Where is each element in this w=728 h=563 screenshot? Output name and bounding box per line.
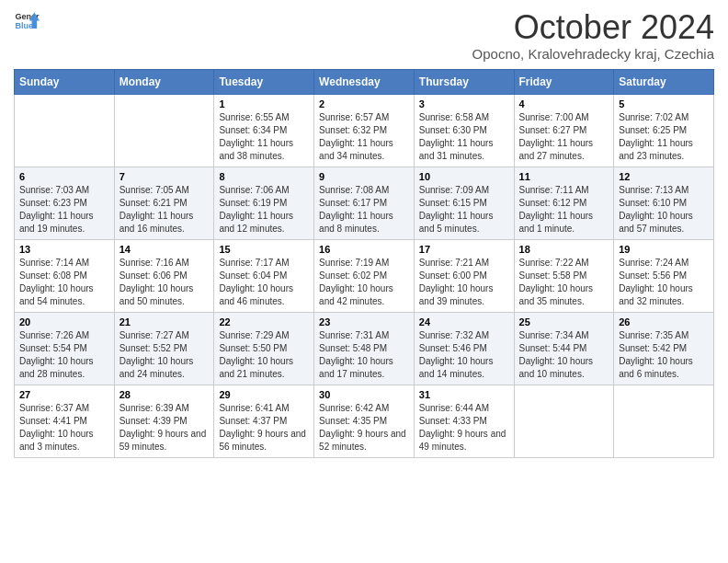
day-info: Sunrise: 7:06 AM Sunset: 6:19 PM Dayligh… [219, 184, 309, 236]
calendar-cell: 5Sunrise: 7:02 AM Sunset: 6:25 PM Daylig… [614, 94, 714, 167]
calendar-cell: 22Sunrise: 7:29 AM Sunset: 5:50 PM Dayli… [214, 312, 314, 385]
day-number: 4 [519, 98, 609, 109]
calendar-week-row: 1Sunrise: 6:55 AM Sunset: 6:34 PM Daylig… [15, 94, 714, 167]
day-number: 14 [119, 244, 210, 255]
calendar-cell: 4Sunrise: 7:00 AM Sunset: 6:27 PM Daylig… [514, 94, 614, 167]
svg-text:Blue: Blue [15, 21, 33, 30]
day-number: 9 [319, 171, 409, 182]
calendar-cell: 17Sunrise: 7:21 AM Sunset: 6:00 PM Dayli… [414, 239, 514, 312]
day-info: Sunrise: 7:09 AM Sunset: 6:15 PM Dayligh… [419, 184, 509, 236]
day-number: 28 [119, 389, 210, 400]
day-info: Sunrise: 7:16 AM Sunset: 6:06 PM Dayligh… [119, 257, 210, 308]
calendar-cell [614, 385, 714, 457]
day-number: 25 [519, 316, 609, 327]
day-number: 15 [219, 244, 309, 255]
calendar-cell: 1Sunrise: 6:55 AM Sunset: 6:34 PM Daylig… [214, 94, 314, 167]
day-info: Sunrise: 7:00 AM Sunset: 6:27 PM Dayligh… [519, 111, 609, 163]
day-info: Sunrise: 6:41 AM Sunset: 4:37 PM Dayligh… [219, 402, 309, 454]
day-number: 13 [19, 244, 109, 255]
calendar-cell: 29Sunrise: 6:41 AM Sunset: 4:37 PM Dayli… [214, 385, 314, 457]
day-number: 22 [219, 316, 309, 327]
day-info: Sunrise: 7:14 AM Sunset: 6:08 PM Dayligh… [19, 257, 109, 308]
day-info: Sunrise: 7:31 AM Sunset: 5:48 PM Dayligh… [319, 329, 409, 381]
calendar-cell: 16Sunrise: 7:19 AM Sunset: 6:02 PM Dayli… [314, 239, 415, 312]
day-number: 5 [619, 98, 709, 109]
day-info: Sunrise: 7:27 AM Sunset: 5:52 PM Dayligh… [119, 329, 210, 381]
weekday-header-wednesday: Wednesday [314, 69, 415, 94]
header: General Blue October 2024 Opocno, Kralov… [14, 9, 714, 62]
day-info: Sunrise: 7:17 AM Sunset: 6:04 PM Dayligh… [219, 257, 309, 308]
day-info: Sunrise: 7:24 AM Sunset: 5:56 PM Dayligh… [619, 257, 709, 308]
page-subtitle: Opocno, Kralovehradecky kraj, Czechia [472, 46, 714, 62]
day-number: 27 [19, 389, 109, 400]
calendar-cell: 8Sunrise: 7:06 AM Sunset: 6:19 PM Daylig… [214, 167, 314, 239]
day-info: Sunrise: 6:57 AM Sunset: 6:32 PM Dayligh… [319, 111, 409, 163]
day-number: 8 [219, 171, 309, 182]
day-number: 12 [619, 171, 709, 182]
day-number: 23 [319, 316, 409, 327]
day-info: Sunrise: 7:08 AM Sunset: 6:17 PM Dayligh… [319, 184, 409, 236]
day-number: 29 [219, 389, 309, 400]
day-info: Sunrise: 7:26 AM Sunset: 5:54 PM Dayligh… [19, 329, 109, 381]
day-number: 26 [619, 316, 709, 327]
day-number: 21 [119, 316, 210, 327]
logo: General Blue [14, 9, 40, 35]
weekday-header-monday: Monday [114, 69, 214, 94]
calendar-cell: 23Sunrise: 7:31 AM Sunset: 5:48 PM Dayli… [314, 312, 415, 385]
calendar-week-row: 6Sunrise: 7:03 AM Sunset: 6:23 PM Daylig… [15, 167, 714, 239]
calendar-cell: 13Sunrise: 7:14 AM Sunset: 6:08 PM Dayli… [15, 239, 115, 312]
day-number: 10 [419, 171, 509, 182]
day-info: Sunrise: 7:11 AM Sunset: 6:12 PM Dayligh… [519, 184, 609, 236]
page: General Blue October 2024 Opocno, Kralov… [0, 0, 728, 472]
day-number: 20 [19, 316, 109, 327]
day-info: Sunrise: 7:02 AM Sunset: 6:25 PM Dayligh… [619, 111, 709, 163]
day-number: 7 [119, 171, 210, 182]
calendar-table: SundayMondayTuesdayWednesdayThursdayFrid… [14, 69, 714, 458]
calendar-week-row: 27Sunrise: 6:37 AM Sunset: 4:41 PM Dayli… [15, 385, 714, 457]
calendar-cell: 15Sunrise: 7:17 AM Sunset: 6:04 PM Dayli… [214, 239, 314, 312]
day-info: Sunrise: 6:44 AM Sunset: 4:33 PM Dayligh… [419, 402, 509, 454]
day-info: Sunrise: 7:21 AM Sunset: 6:00 PM Dayligh… [419, 257, 509, 308]
calendar-cell: 27Sunrise: 6:37 AM Sunset: 4:41 PM Dayli… [15, 385, 115, 457]
calendar-cell: 14Sunrise: 7:16 AM Sunset: 6:06 PM Dayli… [114, 239, 214, 312]
calendar-cell: 24Sunrise: 7:32 AM Sunset: 5:46 PM Dayli… [414, 312, 514, 385]
day-number: 16 [319, 244, 409, 255]
day-number: 17 [419, 244, 509, 255]
calendar-cell: 7Sunrise: 7:05 AM Sunset: 6:21 PM Daylig… [114, 167, 214, 239]
day-number: 18 [519, 244, 609, 255]
day-info: Sunrise: 7:05 AM Sunset: 6:21 PM Dayligh… [119, 184, 210, 236]
weekday-header-sunday: Sunday [15, 69, 115, 94]
day-info: Sunrise: 7:13 AM Sunset: 6:10 PM Dayligh… [619, 184, 709, 236]
calendar-cell: 9Sunrise: 7:08 AM Sunset: 6:17 PM Daylig… [314, 167, 415, 239]
day-number: 6 [19, 171, 109, 182]
calendar-cell: 20Sunrise: 7:26 AM Sunset: 5:54 PM Dayli… [15, 312, 115, 385]
calendar-cell: 3Sunrise: 6:58 AM Sunset: 6:30 PM Daylig… [414, 94, 514, 167]
day-number: 19 [619, 244, 709, 255]
day-info: Sunrise: 6:37 AM Sunset: 4:41 PM Dayligh… [19, 402, 109, 454]
title-block: October 2024 Opocno, Kralovehradecky kra… [472, 9, 714, 62]
day-number: 31 [419, 389, 509, 400]
day-number: 30 [319, 389, 409, 400]
day-info: Sunrise: 7:22 AM Sunset: 5:58 PM Dayligh… [519, 257, 609, 308]
calendar-cell: 19Sunrise: 7:24 AM Sunset: 5:56 PM Dayli… [614, 239, 714, 312]
day-info: Sunrise: 6:58 AM Sunset: 6:30 PM Dayligh… [419, 111, 509, 163]
calendar-cell: 25Sunrise: 7:34 AM Sunset: 5:44 PM Dayli… [514, 312, 614, 385]
day-info: Sunrise: 7:29 AM Sunset: 5:50 PM Dayligh… [219, 329, 309, 381]
calendar-cell: 26Sunrise: 7:35 AM Sunset: 5:42 PM Dayli… [614, 312, 714, 385]
calendar-cell: 6Sunrise: 7:03 AM Sunset: 6:23 PM Daylig… [15, 167, 115, 239]
day-number: 24 [419, 316, 509, 327]
weekday-header-thursday: Thursday [414, 69, 514, 94]
day-info: Sunrise: 7:03 AM Sunset: 6:23 PM Dayligh… [19, 184, 109, 236]
day-number: 2 [319, 98, 409, 109]
weekday-header-saturday: Saturday [614, 69, 714, 94]
generalblue-logo-icon: General Blue [14, 9, 40, 35]
calendar-cell: 30Sunrise: 6:42 AM Sunset: 4:35 PM Dayli… [314, 385, 415, 457]
calendar-week-row: 20Sunrise: 7:26 AM Sunset: 5:54 PM Dayli… [15, 312, 714, 385]
calendar-cell: 12Sunrise: 7:13 AM Sunset: 6:10 PM Dayli… [614, 167, 714, 239]
day-number: 3 [419, 98, 509, 109]
page-title: October 2024 [472, 9, 714, 46]
weekday-header-friday: Friday [514, 69, 614, 94]
weekday-header-tuesday: Tuesday [214, 69, 314, 94]
day-number: 11 [519, 171, 609, 182]
calendar-cell: 31Sunrise: 6:44 AM Sunset: 4:33 PM Dayli… [414, 385, 514, 457]
